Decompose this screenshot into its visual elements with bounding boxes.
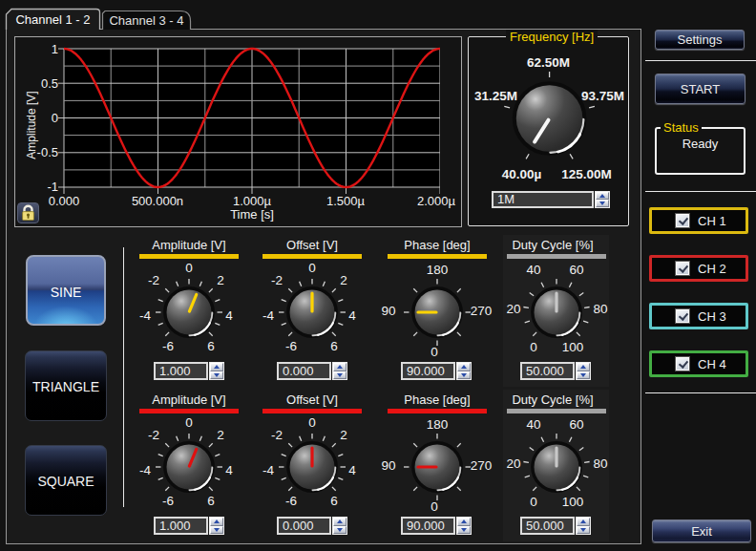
svg-text:270: 270 — [471, 458, 493, 473]
svg-text:100: 100 — [562, 340, 584, 354]
svg-text:-6: -6 — [162, 494, 174, 508]
svg-text:0: 0 — [430, 345, 438, 359]
svg-text:-2: -2 — [271, 273, 283, 287]
svg-text:2: 2 — [340, 428, 347, 442]
svg-text:60: 60 — [569, 263, 583, 277]
svg-text:180: 180 — [427, 263, 449, 277]
svg-text:6: 6 — [330, 494, 338, 508]
svg-text:90: 90 — [381, 304, 395, 318]
svg-text:-2: -2 — [148, 428, 159, 442]
svg-text:93.75M: 93.75M — [581, 89, 624, 103]
svg-text:-6: -6 — [285, 494, 297, 508]
svg-text:4: 4 — [225, 463, 233, 477]
svg-text:90: 90 — [381, 458, 395, 473]
svg-text:40: 40 — [526, 417, 540, 432]
svg-text:0: 0 — [308, 415, 316, 430]
svg-text:0: 0 — [530, 340, 537, 354]
svg-text:80: 80 — [593, 456, 607, 471]
svg-text:100: 100 — [562, 495, 584, 509]
svg-text:31.25M: 31.25M — [474, 89, 517, 103]
svg-text:2: 2 — [217, 428, 224, 442]
svg-text:-4: -4 — [139, 463, 151, 477]
svg-text:2: 2 — [217, 273, 224, 287]
svg-text:4: 4 — [348, 463, 356, 477]
svg-text:6: 6 — [330, 339, 338, 353]
svg-text:60: 60 — [569, 417, 583, 432]
svg-text:0: 0 — [430, 499, 438, 514]
svg-text:62.50M: 62.50M — [527, 55, 570, 70]
svg-text:20: 20 — [506, 456, 520, 471]
svg-text:-6: -6 — [162, 339, 174, 353]
svg-text:0: 0 — [530, 495, 537, 509]
svg-text:4: 4 — [225, 308, 233, 323]
svg-text:0: 0 — [185, 261, 193, 275]
svg-text:270: 270 — [471, 304, 493, 318]
svg-text:6: 6 — [207, 339, 215, 353]
svg-text:-4: -4 — [262, 308, 274, 323]
svg-text:-2: -2 — [271, 428, 283, 442]
svg-text:40: 40 — [526, 263, 540, 277]
svg-text:20: 20 — [506, 302, 520, 316]
svg-text:125.00M: 125.00M — [561, 167, 612, 181]
svg-text:6: 6 — [207, 494, 215, 508]
svg-text:0: 0 — [185, 415, 193, 430]
svg-text:-6: -6 — [285, 339, 297, 353]
svg-text:180: 180 — [427, 417, 449, 432]
svg-text:0: 0 — [308, 261, 316, 275]
svg-text:4: 4 — [348, 308, 356, 323]
svg-text:40.00µ: 40.00µ — [502, 167, 542, 181]
svg-text:-2: -2 — [148, 273, 159, 287]
svg-text:80: 80 — [593, 302, 607, 316]
svg-text:-4: -4 — [139, 308, 151, 323]
svg-text:2: 2 — [340, 273, 347, 287]
svg-text:-4: -4 — [262, 463, 274, 477]
